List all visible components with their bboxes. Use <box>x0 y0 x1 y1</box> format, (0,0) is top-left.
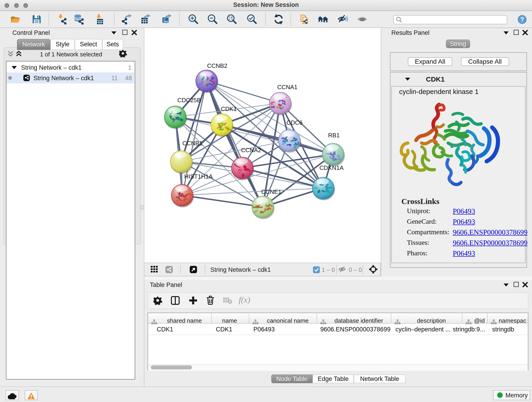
svg-text:CCNB1: CCNB1 <box>182 140 203 147</box>
svg-text:CDKN1A: CDKN1A <box>319 164 344 171</box>
svg-text:HIST1H1A: HIST1H1A <box>184 173 213 180</box>
svg-text:CCNE1: CCNE1 <box>261 188 281 195</box>
svg-text:CCNB2: CCNB2 <box>207 62 227 69</box>
svg-text:CCNA2: CCNA2 <box>241 147 261 153</box>
svg-text:RB1: RB1 <box>328 132 340 139</box>
svg-text:CDC6: CDC6 <box>286 119 303 126</box>
svg-text:CCNA1: CCNA1 <box>277 84 298 90</box>
svg-text:CDK1: CDK1 <box>221 105 237 112</box>
svg-text:CDC25B: CDC25B <box>177 97 201 104</box>
